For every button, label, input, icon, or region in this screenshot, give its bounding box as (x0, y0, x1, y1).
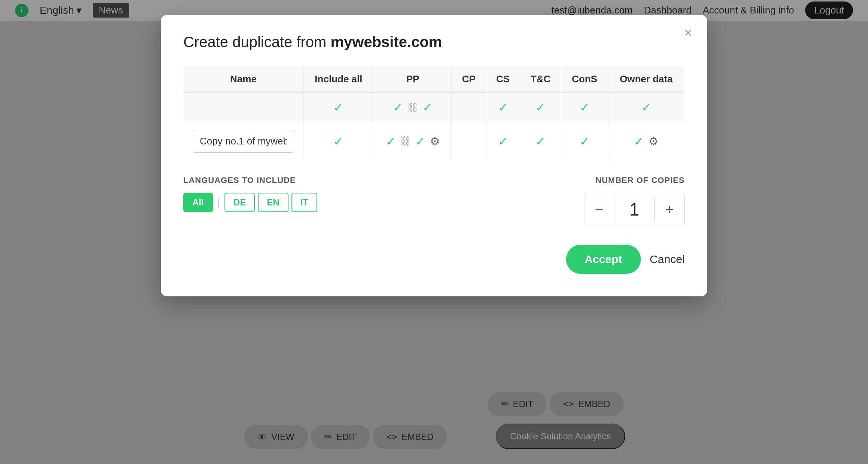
copy-tnc-cell[interactable]: ✓ (520, 122, 561, 161)
check-owner: ✓ (641, 100, 651, 115)
check-copy-tnc: ✓ (535, 134, 545, 149)
owner-check-cell[interactable]: ✓ (608, 93, 684, 122)
modal-title-prefix: Create duplicate from (183, 34, 331, 50)
empty-name-cell (184, 93, 303, 122)
copies-control: − 1 + (584, 193, 685, 226)
col-include-all: Include all (303, 66, 374, 93)
col-cs: CS (486, 66, 520, 93)
col-owner-data: Owner data (608, 66, 684, 93)
check-tnc: ✓ (535, 100, 545, 115)
link-copy-icon: ⛓ (400, 135, 411, 147)
check-copy-include-all: ✓ (333, 134, 343, 149)
check-copy-cons: ✓ (580, 134, 590, 149)
copy-cp-cell-empty (452, 122, 486, 161)
copies-label: NUMBER OF COPIES (584, 175, 685, 185)
check-cons: ✓ (580, 100, 590, 115)
gear-owner-icon[interactable]: ⚙ (648, 135, 658, 148)
copy-include-all[interactable]: ✓ (303, 122, 374, 161)
col-cons: ConS (561, 66, 608, 93)
copies-plus-button[interactable]: + (654, 196, 684, 223)
copies-minus-button[interactable]: − (584, 196, 614, 223)
lang-en-button[interactable]: EN (258, 193, 288, 212)
check-copy-pp[interactable]: ✓ (386, 134, 396, 149)
table-row-copy: ✓ ✓ ⛓ ✓ ⚙ ✓ ✓ (184, 122, 685, 161)
cons-check-cell[interactable]: ✓ (561, 93, 608, 122)
action-row: Accept Cancel (183, 245, 685, 274)
copies-section: NUMBER OF COPIES − 1 + (584, 175, 685, 226)
modal-title-site: mywebsite.com (331, 34, 442, 50)
col-pp: PP (374, 66, 452, 93)
accept-button[interactable]: Accept (566, 245, 641, 274)
copy-owner-cell[interactable]: ✓ ⚙ (608, 122, 684, 161)
languages-label: LANGUAGES TO INCLUDE (183, 175, 317, 185)
duplicate-modal: Create duplicate from mywebsite.com × Na… (161, 15, 707, 296)
modal-overlay: Create duplicate from mywebsite.com × Na… (0, 0, 868, 464)
check-cs: ✓ (498, 100, 508, 115)
check-include-all: ✓ (333, 100, 343, 115)
col-name: Name (184, 66, 303, 93)
col-tnc: T&C (520, 66, 561, 93)
languages-section: LANGUAGES TO INCLUDE All | DE EN IT (183, 175, 317, 212)
language-buttons: All | DE EN IT (183, 193, 317, 212)
copy-name-cell[interactable] (184, 122, 303, 161)
copy-pp-cp-cell: ✓ ⛓ ✓ ⚙ (374, 122, 452, 161)
link-pp-icon: ⛓ (407, 101, 418, 114)
lang-separator: | (217, 196, 220, 208)
table-row-checks: ✓ ✓ ⛓ ✓ ✓ ✓ (184, 93, 685, 122)
copy-cons-cell[interactable]: ✓ (561, 122, 608, 161)
cancel-button[interactable]: Cancel (650, 253, 685, 266)
check-pp[interactable]: ✓ (393, 100, 403, 115)
gear-cp-icon[interactable]: ⚙ (430, 135, 440, 148)
include-all-check[interactable]: ✓ (303, 93, 374, 122)
col-cp: CP (452, 66, 486, 93)
modal-title: Create duplicate from mywebsite.com (183, 34, 685, 51)
cp-check-cell-empty (452, 93, 486, 122)
check-copy-cp[interactable]: ✓ (415, 134, 425, 149)
bottom-section: LANGUAGES TO INCLUDE All | DE EN IT NUMB… (183, 175, 685, 226)
lang-de-button[interactable]: DE (224, 193, 255, 212)
close-button[interactable]: × (684, 26, 692, 40)
duplicate-table: Name Include all PP CP CS T&C ConS Owner… (183, 65, 685, 161)
pp-check-cell: ✓ ⛓ ✓ (374, 93, 452, 122)
lang-all-button[interactable]: All (183, 193, 213, 212)
copy-name-input[interactable] (193, 130, 294, 153)
copies-value: 1 (614, 193, 654, 226)
check-cp-header[interactable]: ✓ (422, 100, 433, 115)
check-copy-cs: ✓ (498, 134, 508, 149)
cs-check-cell[interactable]: ✓ (486, 93, 520, 122)
lang-it-button[interactable]: IT (291, 193, 317, 212)
tnc-check-cell[interactable]: ✓ (520, 93, 561, 122)
copy-cs-cell[interactable]: ✓ (486, 122, 520, 161)
check-copy-owner: ✓ (634, 134, 644, 149)
